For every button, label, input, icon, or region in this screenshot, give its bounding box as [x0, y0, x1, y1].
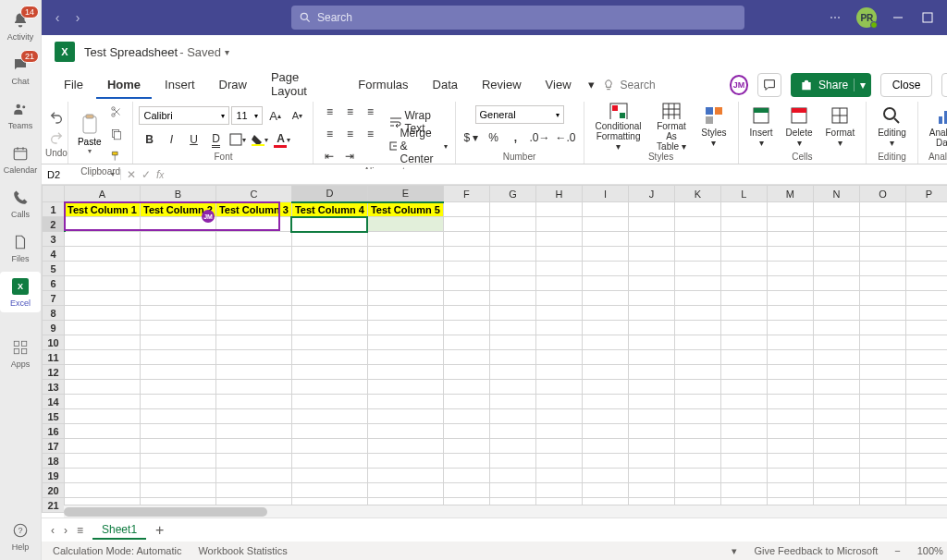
- cell-K18[interactable]: [674, 454, 720, 469]
- cell-L11[interactable]: [720, 350, 767, 365]
- cell-O1[interactable]: [859, 202, 905, 217]
- cell-G8[interactable]: [489, 306, 535, 321]
- cell-N4[interactable]: [813, 247, 859, 262]
- cell-O20[interactable]: [859, 483, 905, 498]
- percent-format-button[interactable]: %: [484, 128, 504, 148]
- cell-I8[interactable]: [582, 306, 628, 321]
- cell-H19[interactable]: [535, 469, 582, 483]
- cell-P10[interactable]: [905, 335, 947, 350]
- decrease-font-button[interactable]: A▾: [287, 105, 307, 126]
- cell-B4[interactable]: [140, 247, 215, 262]
- cell-F11[interactable]: [443, 350, 489, 365]
- column-header-C[interactable]: C: [215, 186, 291, 202]
- cell-M6[interactable]: [767, 276, 813, 291]
- close-document-button[interactable]: Close: [880, 73, 933, 97]
- name-box[interactable]: D2▾: [42, 169, 121, 180]
- cell-E14[interactable]: [367, 395, 443, 409]
- cell-E9[interactable]: [367, 321, 443, 335]
- cell-N19[interactable]: [813, 469, 859, 483]
- scrollbar-thumb[interactable]: [64, 507, 267, 517]
- horizontal-scrollbar[interactable]: [64, 505, 947, 517]
- cell-I2[interactable]: [582, 217, 628, 232]
- cell-B8[interactable]: [140, 306, 215, 321]
- cell-C15[interactable]: [215, 409, 291, 424]
- cell-J10[interactable]: [628, 335, 674, 350]
- delete-cells-button[interactable]: Delete ▾: [781, 102, 818, 152]
- cell-B6[interactable]: [140, 276, 215, 291]
- cell-A7[interactable]: [65, 291, 141, 306]
- cell-L17[interactable]: [720, 439, 767, 454]
- cell-L14[interactable]: [720, 395, 767, 409]
- cell-M13[interactable]: [767, 380, 813, 395]
- minimize-button[interactable]: [890, 9, 906, 26]
- cell-J4[interactable]: [628, 247, 674, 262]
- cell-H20[interactable]: [535, 483, 582, 498]
- row-header-9[interactable]: 9: [43, 321, 65, 335]
- cell-J17[interactable]: [628, 439, 674, 454]
- maximize-button[interactable]: [919, 9, 936, 26]
- cell-C10[interactable]: [215, 335, 291, 350]
- cell-F7[interactable]: [443, 291, 489, 306]
- zoom-out-button[interactable]: −: [894, 545, 900, 556]
- cell-F9[interactable]: [443, 321, 489, 335]
- format-cells-button[interactable]: Format ▾: [820, 102, 861, 152]
- cell-O10[interactable]: [859, 335, 905, 350]
- cell-F5[interactable]: [443, 262, 489, 276]
- cell-C6[interactable]: [215, 276, 291, 291]
- cell-P14[interactable]: [905, 395, 947, 409]
- cell-D13[interactable]: [291, 380, 367, 395]
- cell-D10[interactable]: [291, 335, 367, 350]
- cell-J5[interactable]: [628, 262, 674, 276]
- row-header-17[interactable]: 17: [43, 439, 65, 454]
- cell-K3[interactable]: [674, 232, 720, 247]
- cell-D17[interactable]: [291, 439, 367, 454]
- cell-C19[interactable]: [215, 469, 291, 483]
- cell-M1[interactable]: [767, 202, 813, 217]
- row-header-5[interactable]: 5: [43, 262, 65, 276]
- cell-I6[interactable]: [582, 276, 628, 291]
- format-as-table-button[interactable]: Format As Table ▾: [649, 102, 695, 152]
- cell-O16[interactable]: [859, 424, 905, 439]
- column-header-L[interactable]: L: [720, 186, 767, 202]
- cell-G9[interactable]: [489, 321, 535, 335]
- cell-J14[interactable]: [628, 395, 674, 409]
- cell-F2[interactable]: [443, 217, 489, 232]
- cell-E11[interactable]: [367, 350, 443, 365]
- cell-A18[interactable]: [65, 454, 141, 469]
- cancel-formula-button[interactable]: ✕: [127, 168, 136, 181]
- column-header-D[interactable]: D: [291, 186, 367, 202]
- coauthor-avatar[interactable]: JM: [730, 75, 749, 95]
- cell-L6[interactable]: [720, 276, 767, 291]
- row-header-4[interactable]: 4: [43, 247, 65, 262]
- column-header-F[interactable]: F: [443, 186, 489, 202]
- cell-A16[interactable]: [65, 424, 141, 439]
- cell-A20[interactable]: [65, 483, 141, 498]
- row-header-12[interactable]: 12: [43, 365, 65, 380]
- cell-E3[interactable]: [367, 232, 443, 247]
- align-top-button[interactable]: ≡: [319, 102, 339, 122]
- cell-I15[interactable]: [582, 409, 628, 424]
- cell-H13[interactable]: [535, 380, 582, 395]
- spreadsheet-grid[interactable]: ABCDEFGHIJKLMNOP1Test Column 1Test Colum…: [42, 185, 947, 517]
- cell-I13[interactable]: [582, 380, 628, 395]
- font-color-button[interactable]: A▾: [272, 129, 292, 150]
- tell-me-input[interactable]: [621, 79, 713, 91]
- cell-O15[interactable]: [859, 409, 905, 424]
- cell-P18[interactable]: [905, 454, 947, 469]
- cell-D8[interactable]: [291, 306, 367, 321]
- bold-button[interactable]: B: [139, 129, 159, 150]
- cell-E19[interactable]: [367, 469, 443, 483]
- cell-H9[interactable]: [535, 321, 582, 335]
- column-header-O[interactable]: O: [859, 186, 905, 202]
- forward-button[interactable]: ›: [68, 7, 88, 28]
- cell-K2[interactable]: [674, 217, 720, 232]
- rail-activity[interactable]: 14 Activity: [0, 6, 41, 46]
- cell-G17[interactable]: [489, 439, 535, 454]
- row-header-20[interactable]: 20: [43, 483, 65, 498]
- cell-N2[interactable]: [813, 217, 859, 232]
- align-right-button[interactable]: ≡: [360, 124, 380, 144]
- cell-M2[interactable]: [767, 217, 813, 232]
- cell-M9[interactable]: [767, 321, 813, 335]
- cell-B3[interactable]: [140, 232, 215, 247]
- ribbon-tab-page-layout[interactable]: Page Layout: [260, 65, 345, 105]
